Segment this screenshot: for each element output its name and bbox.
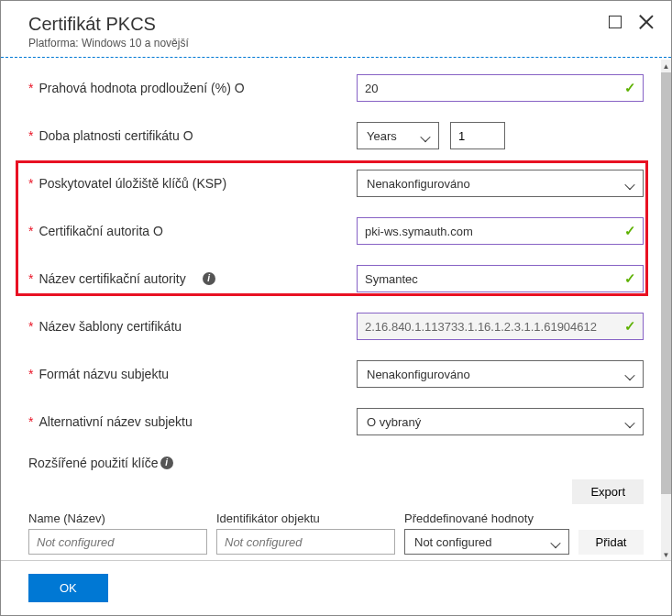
row-alt-name: * Alternativní název subjektu O vybraný [28, 408, 644, 435]
eku-predef-select[interactable]: Not configured [404, 529, 569, 555]
th-oid: Identifikátor objektu [216, 512, 395, 525]
dialog-header: Certifikát PKCS Platforma: Windows 10 a … [1, 1, 671, 57]
checkmark-icon: ✓ [624, 80, 636, 96]
label-threshold: * Prahová hodnota prodloužení (%) O [28, 81, 357, 95]
info-icon[interactable]: i [203, 272, 215, 285]
subject-format-select[interactable]: Nenakonfigurováno [357, 360, 644, 388]
label-text: Certifikační autorita O [39, 224, 162, 238]
row-ca-name: * Název certifikační autority i ✓ [28, 265, 644, 292]
row-subject-format: * Formát názvu subjektu Nenakonfigurován… [28, 360, 644, 388]
label-alt-name: * Alternativní název subjektu [28, 414, 357, 429]
info-icon[interactable]: i [160, 456, 173, 469]
select-value: Years [367, 129, 397, 143]
eku-name-input[interactable] [28, 529, 207, 555]
row-template: * Název šablony certifikátu ✓ [28, 313, 644, 340]
maximize-icon[interactable] [609, 16, 622, 28]
dialog-title: Certifikát PKCS [28, 14, 653, 35]
th-predef: Předdefinované hodnoty [404, 512, 534, 525]
label-text: Prahová hodnota prodloužení (%) O [39, 81, 244, 95]
scrollbar[interactable]: ▲ ▼ [661, 60, 671, 561]
label-text: Alternativní název subjektu [39, 414, 192, 429]
close-icon[interactable] [638, 14, 655, 30]
label-template: * Název šablony certifikátu [28, 319, 357, 334]
label-ca: * Certifikační autorita O [28, 224, 357, 238]
th-name: Name (Název) [28, 512, 207, 525]
label-text: Formát názvu subjektu [39, 367, 169, 381]
scroll-down-icon[interactable]: ▼ [661, 548, 671, 561]
checkmark-icon: ✓ [624, 318, 636, 335]
required-asterisk: * [28, 176, 33, 191]
validity-unit-select[interactable]: Years [357, 122, 439, 149]
label-ksp: * Poskytovatel úložiště klíčů (KSP) [28, 176, 357, 191]
label-ca-name: * Název certifikační autority i [28, 271, 357, 286]
required-asterisk: * [28, 128, 33, 143]
validity-value-input[interactable] [450, 122, 505, 149]
ca-input[interactable] [357, 217, 644, 245]
label-subject-format: * Formát názvu subjektu [28, 367, 357, 381]
row-ca: * Certifikační autorita O ✓ [28, 217, 644, 245]
threshold-input[interactable] [357, 74, 644, 102]
required-asterisk: * [28, 81, 33, 95]
row-ksp: * Poskytovatel úložiště klíčů (KSP) Nena… [28, 170, 644, 197]
required-asterisk: * [28, 414, 33, 429]
alt-name-select[interactable]: O vybraný [357, 408, 644, 435]
required-asterisk: * [28, 224, 33, 238]
scroll-thumb[interactable] [661, 72, 671, 494]
select-value: O vybraný [367, 415, 421, 429]
export-button[interactable]: Export [572, 479, 644, 504]
add-button[interactable]: Přidat [578, 530, 644, 555]
required-asterisk: * [28, 367, 33, 381]
select-value: Nenakonfigurováno [367, 177, 470, 191]
label-text: Název certifikační autority [39, 271, 185, 286]
checkmark-icon: ✓ [624, 270, 636, 287]
form-content: * Prahová hodnota prodloužení (%) O ✓ * … [1, 58, 671, 560]
eku-table-row: Not configured Přidat [28, 529, 644, 555]
label-validity: * Doba platnosti certifikátu O [28, 128, 357, 143]
label-text: Název šablony certifikátu [39, 319, 182, 334]
select-value: Not configured [414, 535, 492, 549]
export-row: Export [28, 479, 644, 504]
header-controls [609, 14, 655, 30]
select-value: Nenakonfigurováno [367, 368, 470, 381]
required-asterisk: * [28, 319, 33, 334]
template-input[interactable] [357, 313, 644, 340]
row-validity: * Doba platnosti certifikátu O Years [28, 122, 644, 149]
required-asterisk: * [28, 271, 33, 286]
ok-button[interactable]: OK [28, 574, 108, 602]
row-threshold: * Prahová hodnota prodloužení (%) O ✓ [28, 74, 644, 102]
label-text: Rozšířené použití klíče [28, 456, 159, 470]
label-text: Doba platnosti certifikátu O [39, 128, 193, 143]
dialog-footer: OK [1, 560, 671, 615]
label-text: Poskytovatel úložiště klíčů (KSP) [39, 176, 226, 191]
eku-section-label: Rozšířené použití klíče i [28, 456, 644, 470]
checkmark-icon: ✓ [624, 223, 636, 239]
ksp-select[interactable]: Nenakonfigurováno [357, 170, 644, 197]
eku-oid-input[interactable] [216, 529, 395, 555]
ca-name-input[interactable] [357, 265, 644, 292]
dialog-subtitle: Platforma: Windows 10 a novější [28, 37, 653, 50]
scroll-up-icon[interactable]: ▲ [661, 60, 671, 72]
eku-table-header: Name (Název) Identifikátor objektu Předd… [28, 512, 644, 525]
